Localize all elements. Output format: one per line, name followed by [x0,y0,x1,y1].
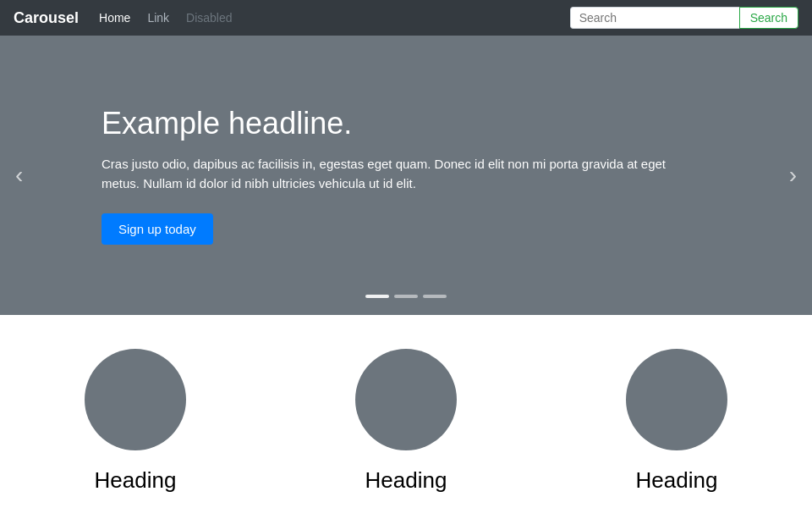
content-text-2: Duis mollis, est non commodo luctus, nis… [288,504,524,508]
carousel-slide: Example headline. Cras justo odio, dapib… [0,72,778,279]
carousel-cta-button[interactable]: Sign up today [102,213,213,245]
content-col-2: Heading Duis mollis, est non commodo luc… [271,349,541,508]
content-text-1: Donec sed odio dui. Etiam porta sem male… [17,504,254,508]
content-circle-3 [626,349,727,450]
content-heading-1: Heading [17,467,254,494]
carousel-indicators [365,295,447,298]
nav-link-disabled: Disabled [179,8,239,28]
search-button[interactable]: Search [739,7,798,29]
content-col-1: Heading Donec sed odio dui. Etiam porta … [0,349,271,508]
content-col-3: Heading Donec sed odio dui. Cras justo o… [541,349,812,508]
navbar-brand[interactable]: Carousel [14,9,79,27]
carousel-next-button[interactable]: › [774,153,812,197]
carousel: ‹ Example headline. Cras justo odio, dap… [0,36,812,315]
content-section: Heading Donec sed odio dui. Etiam porta … [0,315,812,508]
content-heading-2: Heading [288,467,524,494]
content-text-3: Donec sed odio dui. Cras justo odio, dap… [558,504,795,508]
carousel-text: Cras justo odio, dapibus ac facilisis in… [102,155,677,193]
nav-link-link[interactable]: Link [140,8,176,28]
content-circle-2 [355,349,457,450]
navbar: Carousel Home Link Disabled Search [0,0,812,36]
carousel-indicator-2[interactable] [394,295,418,298]
nav-links: Home Link Disabled [92,8,570,28]
carousel-indicator-1[interactable] [365,295,389,298]
navbar-search: Search [570,7,798,29]
carousel-prev-button[interactable]: ‹ [0,153,38,197]
carousel-headline: Example headline. [102,106,677,141]
content-circle-1 [85,349,186,450]
content-heading-3: Heading [558,467,795,494]
nav-link-home[interactable]: Home [92,8,137,28]
carousel-indicator-3[interactable] [423,295,447,298]
search-input[interactable] [570,7,739,29]
